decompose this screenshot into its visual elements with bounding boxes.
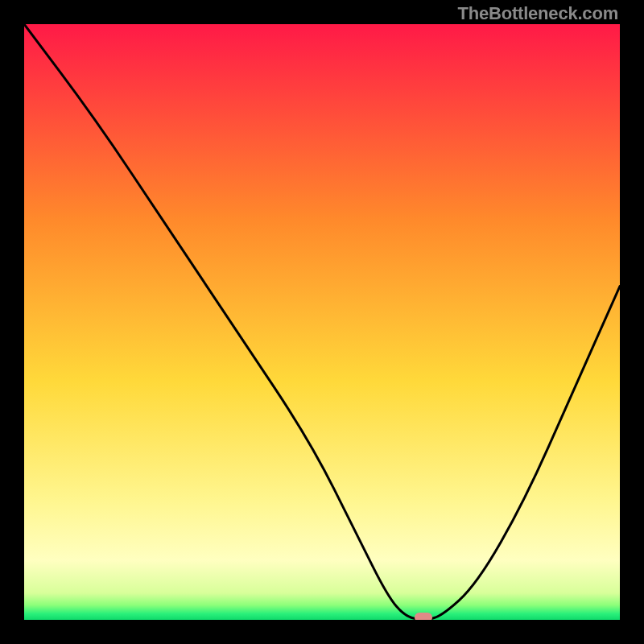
optimum-marker: [415, 613, 432, 620]
plot-area: [24, 24, 620, 620]
bottleneck-curve: [24, 24, 620, 620]
watermark-text: TheBottleneck.com: [457, 3, 618, 24]
chart-frame: TheBottleneck.com: [0, 0, 644, 644]
